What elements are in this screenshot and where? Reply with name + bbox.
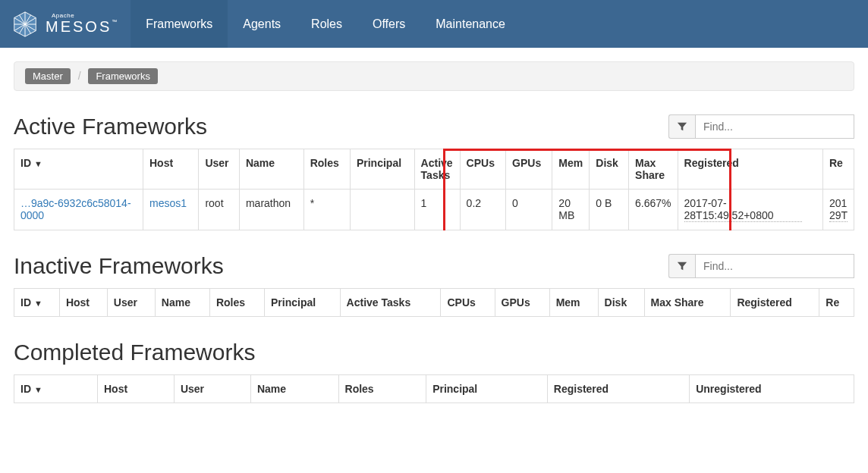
breadcrumb: Master / Frameworks	[14, 61, 854, 91]
nav-roles[interactable]: Roles	[296, 0, 357, 48]
cell-disk: 0 B	[590, 190, 629, 230]
sort-arrow-icon: ▼	[34, 159, 42, 168]
cell-principal	[350, 190, 414, 230]
nav-agents[interactable]: Agents	[228, 0, 296, 48]
cell-roles: *	[303, 190, 350, 230]
col-disk[interactable]: Disk	[590, 149, 629, 190]
table-header-row: ID ▼ Host User Name Roles Principal Regi…	[14, 375, 854, 403]
sort-arrow-icon: ▼	[34, 385, 42, 394]
cell-re: 201 29T	[822, 190, 854, 230]
nav-frameworks[interactable]: Frameworks	[131, 0, 228, 48]
col-user[interactable]: User	[107, 289, 155, 317]
active-frameworks-title: Active Frameworks	[14, 114, 207, 139]
cell-mem: 20 MB	[552, 190, 590, 230]
col-registered[interactable]: Registered	[547, 375, 689, 403]
col-roles[interactable]: Roles	[338, 375, 426, 403]
col-re[interactable]: Re	[819, 289, 854, 317]
cell-registered: 2017-07-28T15:49:52+0800	[684, 197, 802, 222]
col-mem[interactable]: Mem	[552, 149, 590, 190]
col-id[interactable]: ID ▼	[14, 375, 98, 403]
col-max-share[interactable]: Max Share	[629, 149, 678, 190]
filter-input-inactive[interactable]	[695, 254, 854, 278]
funnel-icon	[677, 121, 687, 132]
col-cpus[interactable]: CPUs	[441, 289, 495, 317]
col-registered[interactable]: Registered	[678, 149, 822, 190]
host-link[interactable]: mesos1	[149, 197, 187, 209]
inactive-frameworks-table: ID ▼ Host User Name Roles Principal Acti…	[14, 288, 854, 317]
inactive-frameworks-section: Inactive Frameworks ID ▼ Host User Name …	[14, 253, 854, 317]
funnel-icon	[677, 261, 687, 271]
sort-arrow-icon: ▼	[34, 299, 42, 308]
mesos-logo-icon	[11, 10, 39, 39]
cell-gpus: 0	[506, 190, 552, 230]
col-principal[interactable]: Principal	[350, 149, 414, 190]
active-frameworks-table: ID ▼ Host User Name Roles Principal Acti…	[14, 149, 854, 230]
cell-active-tasks: 1	[414, 190, 460, 230]
navbar: Apache MESOS™ Frameworks Agents Roles Of…	[0, 0, 868, 48]
col-name[interactable]: Name	[239, 149, 303, 190]
col-host[interactable]: Host	[143, 149, 199, 190]
cell-max-share: 6.667%	[629, 190, 678, 230]
brand-tm: ™	[112, 19, 117, 24]
col-cpus[interactable]: CPUs	[460, 149, 505, 190]
nav-offers[interactable]: Offers	[357, 0, 420, 48]
col-active-tasks[interactable]: Active Tasks	[340, 289, 441, 317]
col-principal[interactable]: Principal	[265, 289, 341, 317]
col-roles[interactable]: Roles	[209, 289, 264, 317]
col-user[interactable]: User	[199, 149, 240, 190]
nav-items: Frameworks Agents Roles Offers Maintenan…	[131, 0, 520, 48]
inactive-frameworks-title: Inactive Frameworks	[14, 253, 224, 279]
completed-frameworks-title: Completed Frameworks	[14, 340, 255, 365]
col-re[interactable]: Re	[822, 149, 854, 190]
col-principal[interactable]: Principal	[426, 375, 548, 403]
col-name[interactable]: Name	[155, 289, 209, 317]
col-name[interactable]: Name	[250, 375, 338, 403]
brand-name-text: MESOS	[46, 18, 112, 35]
cell-user: root	[199, 190, 240, 230]
brand-logo[interactable]: Apache MESOS™	[0, 0, 131, 48]
table-row: …9a9c-6932c6c58014-0000 mesos1 root mara…	[14, 190, 854, 230]
col-id[interactable]: ID ▼	[14, 289, 60, 317]
filter-icon[interactable]	[668, 254, 695, 278]
col-roles[interactable]: Roles	[303, 149, 350, 190]
col-active-tasks[interactable]: Active Tasks	[414, 149, 460, 190]
col-unregistered[interactable]: Unregistered	[690, 375, 854, 403]
filter-inactive	[668, 254, 854, 278]
breadcrumb-separator: /	[78, 70, 81, 82]
table-header-row: ID ▼ Host User Name Roles Principal Acti…	[14, 149, 854, 190]
col-registered[interactable]: Registered	[731, 289, 819, 317]
col-host[interactable]: Host	[59, 289, 107, 317]
framework-id-link[interactable]: …9a9c-6932c6c58014-0000	[20, 197, 131, 221]
cell-cpus: 0.2	[460, 190, 505, 230]
col-user[interactable]: User	[174, 375, 250, 403]
completed-frameworks-section: Completed Frameworks ID ▼ Host User Name…	[14, 340, 854, 403]
col-host[interactable]: Host	[98, 375, 175, 403]
breadcrumb-frameworks[interactable]: Frameworks	[88, 68, 158, 84]
filter-input-active[interactable]	[695, 114, 854, 139]
col-mem[interactable]: Mem	[549, 289, 598, 317]
col-disk[interactable]: Disk	[598, 289, 644, 317]
completed-frameworks-table: ID ▼ Host User Name Roles Principal Regi…	[14, 374, 854, 403]
filter-icon[interactable]	[668, 114, 695, 139]
col-gpus[interactable]: GPUs	[506, 149, 552, 190]
filter-active	[668, 114, 854, 139]
col-id[interactable]: ID ▼	[14, 149, 143, 190]
active-frameworks-section: Active Frameworks ID ▼ Host User Name Ro…	[14, 114, 854, 230]
col-max-share[interactable]: Max Share	[644, 289, 731, 317]
nav-maintenance[interactable]: Maintenance	[420, 0, 520, 48]
breadcrumb-master[interactable]: Master	[25, 68, 71, 84]
cell-name: marathon	[239, 190, 303, 230]
col-gpus[interactable]: GPUs	[495, 289, 549, 317]
table-header-row: ID ▼ Host User Name Roles Principal Acti…	[14, 289, 854, 317]
